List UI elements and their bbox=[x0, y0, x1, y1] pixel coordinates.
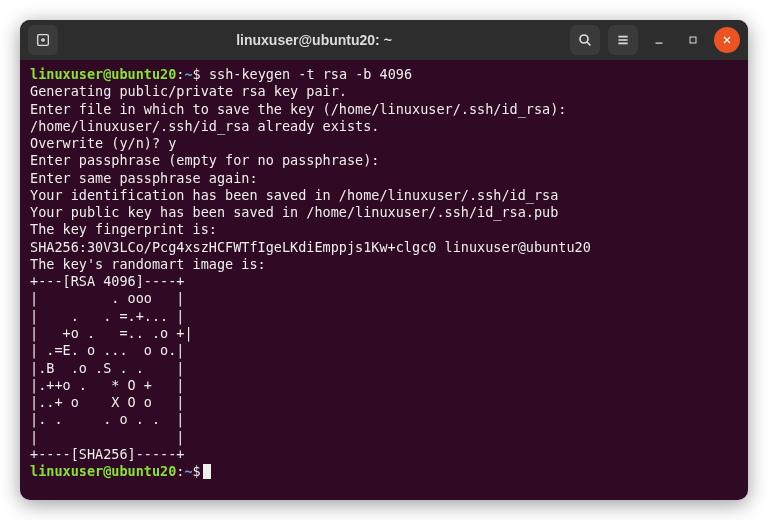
output-line: Your public key has been saved in /home/… bbox=[30, 204, 558, 220]
output-line: +----[SHA256]-----+ bbox=[30, 446, 184, 462]
svg-point-3 bbox=[580, 35, 588, 43]
command-text: ssh-keygen -t rsa -b 4096 bbox=[209, 66, 412, 82]
svg-rect-9 bbox=[690, 37, 696, 43]
prompt-user-host: linuxuser@ubuntu20 bbox=[30, 66, 176, 82]
output-line: |.B .o .S . . | bbox=[30, 360, 184, 376]
output-line: Overwrite (y/n)? y bbox=[30, 135, 176, 151]
close-button[interactable] bbox=[714, 27, 740, 53]
prompt-user-host: linuxuser@ubuntu20 bbox=[30, 463, 176, 479]
output-line: | .=E. o ... o o.| bbox=[30, 342, 184, 358]
output-line: |. . . o . . | bbox=[30, 411, 184, 427]
terminal-body[interactable]: linuxuser@ubuntu20:~$ ssh-keygen -t rsa … bbox=[20, 60, 748, 500]
output-line: | . . =.+... | bbox=[30, 308, 184, 324]
output-line: The key fingerprint is: bbox=[30, 221, 217, 237]
output-line: /home/linuxuser/.ssh/id_rsa already exis… bbox=[30, 118, 380, 134]
menu-button[interactable] bbox=[608, 25, 638, 55]
output-line: | | bbox=[30, 429, 184, 445]
titlebar-right bbox=[570, 25, 740, 55]
output-line: Enter file in which to save the key (/ho… bbox=[30, 101, 566, 117]
output-line: SHA256:30V3LCo/Pcg4xszHCFWTfIgeLKdiEmppj… bbox=[30, 239, 591, 255]
output-line: | +o . =.. .o +| bbox=[30, 325, 193, 341]
output-line: +---[RSA 4096]----+ bbox=[30, 273, 184, 289]
svg-line-4 bbox=[587, 42, 590, 45]
new-tab-button[interactable] bbox=[28, 25, 58, 55]
minimize-button[interactable] bbox=[646, 27, 672, 53]
output-line: Your identification has been saved in /h… bbox=[30, 187, 558, 203]
search-button[interactable] bbox=[570, 25, 600, 55]
titlebar-left bbox=[28, 25, 58, 55]
output-line: The key's randomart image is: bbox=[30, 256, 266, 272]
prompt-symbol: $ bbox=[193, 463, 201, 479]
output-line: Generating public/private rsa key pair. bbox=[30, 83, 347, 99]
prompt-symbol: $ bbox=[193, 66, 201, 82]
cursor bbox=[203, 464, 211, 479]
output-line: |.++o . * O + | bbox=[30, 377, 184, 393]
titlebar: linuxuser@ubuntu20: ~ bbox=[20, 20, 748, 60]
prompt-path: ~ bbox=[184, 463, 192, 479]
output-line: |..+ o X O o | bbox=[30, 394, 184, 410]
terminal-window: linuxuser@ubuntu20: ~ bbox=[20, 20, 748, 500]
window-title: linuxuser@ubuntu20: ~ bbox=[58, 32, 570, 48]
prompt-path: ~ bbox=[184, 66, 192, 82]
output-line: | . ooo | bbox=[30, 290, 184, 306]
output-line: Enter passphrase (empty for no passphras… bbox=[30, 152, 380, 168]
maximize-button[interactable] bbox=[680, 27, 706, 53]
output-line: Enter same passphrase again: bbox=[30, 170, 258, 186]
